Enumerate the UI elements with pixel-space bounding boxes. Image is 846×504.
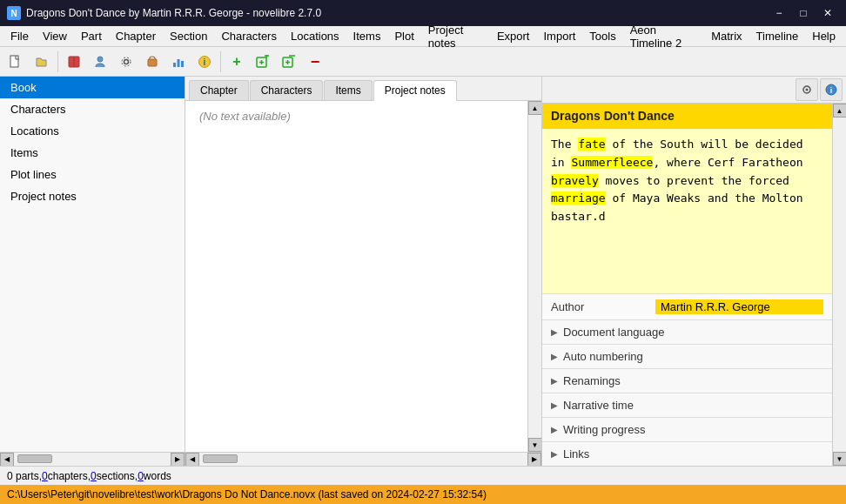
- tab-project-notes[interactable]: Project notes: [373, 80, 457, 101]
- section-auto-numbering-header[interactable]: ▶ Auto numbering: [542, 345, 832, 368]
- section-links: ▶ Links: [542, 441, 832, 466]
- sidebar-item-locations[interactable]: Locations: [0, 120, 185, 142]
- status-sections-link[interactable]: 0: [91, 470, 97, 482]
- add-alt-button[interactable]: [251, 50, 275, 74]
- right-panel-v-scrollbar: ▲ ▼: [832, 104, 846, 466]
- menu-chapter[interactable]: Chapter: [109, 28, 163, 44]
- minimize-button[interactable]: −: [768, 4, 790, 22]
- toolbar-sep-2: [220, 51, 221, 72]
- menu-export[interactable]: Export: [490, 28, 537, 44]
- tab-chapter[interactable]: Chapter: [189, 80, 249, 100]
- svg-text:i: i: [204, 57, 206, 67]
- no-text-label: (No text available): [199, 110, 291, 123]
- svg-rect-6: [148, 59, 157, 66]
- toolbar: i + −: [0, 47, 846, 77]
- add2-button[interactable]: [277, 50, 301, 74]
- svg-rect-0: [10, 56, 18, 67]
- highlight-fate: fate: [578, 138, 605, 151]
- new-doc-button[interactable]: [3, 50, 28, 74]
- info-right-button[interactable]: i: [820, 78, 843, 101]
- section-renamings-header[interactable]: ▶ Renamings: [542, 369, 832, 393]
- author-row: Author Martin R.R.R. George: [542, 293, 832, 319]
- settings-button[interactable]: [114, 50, 138, 74]
- editor-scroll-down[interactable]: ▼: [528, 438, 542, 452]
- highlight-summerfleece: Summerfleece: [571, 156, 653, 169]
- menu-part[interactable]: Part: [74, 28, 109, 44]
- h-scroll-right[interactable]: ▶: [171, 453, 185, 467]
- sidebar-item-characters[interactable]: Characters: [0, 98, 185, 120]
- h-scroll-left[interactable]: ◀: [0, 453, 14, 467]
- preview-button[interactable]: [796, 78, 818, 101]
- section-writing-progress-header[interactable]: ▶ Writing progress: [542, 418, 832, 441]
- open-button[interactable]: [30, 50, 54, 74]
- summary-area: The fate of the South will be decided in…: [542, 129, 832, 293]
- status-words-link[interactable]: 0: [138, 470, 144, 482]
- status-bar: 0 parts, 0 chapters, 0 sections, 0 words: [0, 466, 846, 485]
- section-links-header[interactable]: ▶ Links: [542, 442, 832, 466]
- collapse-arrow-renamings: ▶: [551, 376, 558, 386]
- menu-locations[interactable]: Locations: [284, 28, 346, 44]
- text-6: bastar.d: [551, 210, 606, 223]
- title-bar-left: N Dragons Don't Dance by Martin R.R.R. G…: [7, 6, 321, 20]
- window-controls: − □ ✕: [768, 4, 839, 22]
- characters-tb-button[interactable]: [88, 50, 112, 74]
- text-4: moves to prevent the forced: [599, 174, 789, 187]
- menu-timeline[interactable]: Timeline: [749, 28, 806, 44]
- menu-plot[interactable]: Plot: [387, 28, 420, 44]
- remove-button[interactable]: −: [303, 50, 327, 74]
- sidebar-item-project-notes[interactable]: Project notes: [0, 185, 185, 207]
- menu-matrix[interactable]: Matrix: [704, 28, 749, 44]
- menu-import[interactable]: Import: [536, 28, 582, 44]
- info-tb-button[interactable]: i: [192, 50, 217, 74]
- editor-pane[interactable]: (No text available): [185, 101, 527, 452]
- menu-file[interactable]: File: [3, 28, 36, 44]
- menu-view[interactable]: View: [36, 28, 74, 44]
- menu-section[interactable]: Section: [163, 28, 214, 44]
- collapse-arrow-writing-progress: ▶: [551, 425, 558, 434]
- rp-scroll-up[interactable]: ▲: [833, 104, 847, 118]
- highlight-marriage: marriage: [551, 192, 606, 205]
- maximize-button[interactable]: □: [792, 4, 815, 22]
- menu-help[interactable]: Help: [805, 28, 843, 44]
- menu-tools[interactable]: Tools: [582, 28, 622, 44]
- section-doc-language-header[interactable]: ▶ Document language: [542, 320, 832, 344]
- bottom-info-bar: C:\Users\Peter\git\novelibre\test\work\D…: [0, 485, 846, 504]
- text-the: The: [551, 138, 578, 151]
- items-tb-button[interactable]: [140, 50, 164, 74]
- rp-scroll-down[interactable]: ▼: [833, 452, 847, 466]
- close-button[interactable]: ✕: [816, 4, 839, 22]
- chart-button[interactable]: [166, 50, 191, 74]
- tab-characters[interactable]: Characters: [250, 80, 324, 100]
- menu-characters[interactable]: Characters: [214, 28, 284, 44]
- rp-scroll-track: [833, 118, 846, 452]
- sidebar-item-book[interactable]: Book: [0, 77, 185, 98]
- svg-point-5: [122, 57, 131, 66]
- status-parts-static: 0 parts,: [7, 470, 42, 482]
- add-button[interactable]: +: [225, 50, 249, 74]
- svg-rect-9: [181, 61, 184, 67]
- section-doc-language: ▶ Document language: [542, 319, 832, 344]
- editor-h-scroll-thumb[interactable]: [203, 454, 238, 463]
- editor-h-scroll-left[interactable]: ◀: [185, 453, 199, 467]
- section-renamings: ▶ Renamings: [542, 368, 832, 393]
- sidebar-item-plot-lines[interactable]: Plot lines: [0, 164, 185, 185]
- text-1: of the South will be decided: [606, 138, 803, 151]
- editor-wrapper: (No text available) ▲ ▼: [185, 101, 541, 452]
- book-button[interactable]: [62, 50, 86, 74]
- section-narrative-time-header[interactable]: ▶ Narrative time: [542, 393, 832, 417]
- h-scroll-thumb[interactable]: [17, 454, 52, 463]
- collapse-arrow-links: ▶: [551, 449, 558, 459]
- sidebar: Book Characters Locations Items Plot lin…: [0, 77, 185, 466]
- menu-items[interactable]: Items: [346, 28, 388, 44]
- status-chapters-link[interactable]: 0: [42, 470, 48, 482]
- svg-text:i: i: [830, 86, 833, 95]
- main-area: Book Characters Locations Items Plot lin…: [0, 77, 846, 466]
- sidebar-h-scrollbar: ◀ ▶: [0, 452, 185, 466]
- sidebar-item-items[interactable]: Items: [0, 142, 185, 164]
- tab-items[interactable]: Items: [324, 80, 372, 100]
- editor-h-scroll-right[interactable]: ▶: [527, 453, 541, 467]
- svg-point-4: [124, 59, 129, 64]
- editor-scroll-up[interactable]: ▲: [528, 101, 542, 115]
- svg-rect-8: [178, 59, 180, 67]
- editor-h-scroll-track: [199, 453, 527, 466]
